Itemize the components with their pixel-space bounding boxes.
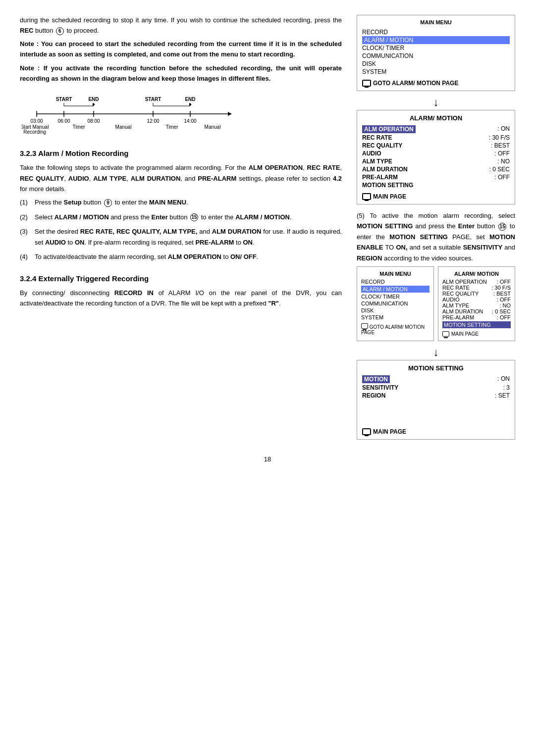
lp-footer: GOTO ALARM/ MOTION PAGE <box>361 323 429 335</box>
rp-rec-rate-val: : 30 F/S <box>491 285 511 291</box>
rp-footer: MAIN PAGE <box>442 331 511 337</box>
rp-alm-op-label: ALM OPERATION <box>442 279 487 285</box>
am-row-alm-duration: ALM DURATION : 0 SEC <box>362 165 510 173</box>
ms-region: REGION <box>362 392 385 399</box>
monitor-icon1 <box>362 80 371 87</box>
am-row-rec-rate: REC RATE : 30 F/S <box>362 134 510 142</box>
am-alm-op-val: : ON <box>497 125 510 133</box>
ms-row-sensitivity: SENSITIVITY : 3 <box>362 384 510 392</box>
rp-rec-quality: REC QUALITY : BEST <box>442 291 511 297</box>
step3-num: (3) <box>20 226 32 237</box>
goto-alarm-label: GOTO ALARM/ MOTION PAGE <box>373 80 458 87</box>
menu-item-record: RECORD <box>362 28 510 36</box>
main-menu-title1: MAIN MENU <box>362 19 510 25</box>
am-main-page-label: MAIN PAGE <box>373 193 406 200</box>
intro-paragraph: during the scheduled recording to stop i… <box>20 15 342 36</box>
timeline-svg: START END START END <box>22 95 235 135</box>
alarm-motion-box: ALARM/ MOTION ALM OPERATION : ON REC RAT… <box>357 110 515 204</box>
section-324-heading: 3.2.4 Externally Triggered Recording <box>20 274 342 283</box>
note1-label: Note : <box>20 40 39 48</box>
svg-text:START: START <box>145 97 161 102</box>
intro-to: to proceed. <box>66 27 99 34</box>
rp-rec-quality-val: : BEST <box>493 291 511 297</box>
ms-main-page-label: MAIN PAGE <box>373 428 406 435</box>
arrow-down-1: ↓ <box>357 97 515 108</box>
motion-setting-box: MOTION SETTING MOTION : ON SENSITIVITY :… <box>357 360 515 440</box>
svg-text:08:00: 08:00 <box>87 118 100 124</box>
menu-item-communication: COMMUNICATION <box>362 52 510 60</box>
ms-motion-hl: MOTION <box>362 375 390 383</box>
rp-rec-rate-label: REC RATE <box>442 285 470 291</box>
note1-text: You can proceed to start the scheduled r… <box>20 40 342 58</box>
monitor-icon5 <box>362 428 371 435</box>
rp-rec-rate: REC RATE : 30 F/S <box>442 285 511 291</box>
circle-6: 6 <box>56 27 64 35</box>
left-panel-main-menu: MAIN MENU RECORD ALARM / MOTION CLOCK/ T… <box>357 266 434 341</box>
am-row-audio: AUDIO : OFF <box>362 150 510 157</box>
svg-text:Timer: Timer <box>72 124 85 130</box>
rp-alm-duration: ALM DURATION : 0 SEC <box>442 308 511 314</box>
lp-communication: COMMUNICATION <box>361 301 429 306</box>
step4-num: (4) <box>20 252 32 262</box>
right-panel-alarm-motion: ALARM/ MOTION ALM OPERATION : OFF REC RA… <box>438 266 515 341</box>
rp-alm-type-label: ALM TYPE <box>442 302 469 308</box>
am-alm-operation-hl: ALM OPERATION <box>362 125 416 133</box>
svg-text:14:00: 14:00 <box>184 118 196 124</box>
ms-row-motion: MOTION : ON <box>362 375 510 384</box>
am-alm-type-val: : NO <box>497 158 510 165</box>
am-pre-alarm: PRE-ALARM <box>362 174 398 181</box>
monitor-icon4 <box>442 331 449 337</box>
step2-num: (2) <box>20 212 32 222</box>
motion-setting-title: MOTION SETTING <box>362 364 510 372</box>
alarm-motion-title: ALARM/ MOTION <box>362 114 510 122</box>
rp-pre-alarm-val: : OFF <box>497 314 511 320</box>
note2: Note : If you activate the recording fun… <box>20 63 342 84</box>
am-audio-val: : OFF <box>494 150 510 157</box>
lp-record: RECORD <box>361 279 429 285</box>
lp-alarm-motion: ALARM / MOTION <box>361 286 429 293</box>
am-pre-alarm-val: : OFF <box>494 174 510 181</box>
svg-text:END: END <box>185 97 195 102</box>
svg-text:END: END <box>88 97 99 102</box>
am-audio: AUDIO <box>362 150 381 157</box>
rp-alm-duration-val: : 0 SEC <box>492 308 511 314</box>
rp-alm-duration-label: ALM DURATION <box>442 308 483 314</box>
svg-text:06:00: 06:00 <box>57 118 70 124</box>
lp-disk: DISK <box>361 307 429 313</box>
rp-audio: AUDIO : OFF <box>442 297 511 302</box>
dual-panel: MAIN MENU RECORD ALARM / MOTION CLOCK/ T… <box>357 266 515 341</box>
step4-content: To activate/deactivate the alarm recordi… <box>35 252 342 262</box>
rp-alm-op-val: : OFF <box>497 279 511 285</box>
lp-clock-timer: CLOCK/ TIMER <box>361 294 429 300</box>
step5-text: (5) To active the motion alarm recording… <box>357 210 515 263</box>
am-row-motion-setting: MOTION SETTING <box>362 181 510 189</box>
am-footer: MAIN PAGE <box>362 193 510 200</box>
svg-text:Recording: Recording <box>23 129 46 135</box>
am-row-rec-quality: REC QUALITY : BEST <box>362 142 510 150</box>
rp-alm-type: ALM TYPE : NO <box>442 302 511 308</box>
svg-text:START: START <box>56 97 72 102</box>
ms-footer: MAIN PAGE <box>362 428 510 435</box>
am-alm-duration: ALM DURATION <box>362 166 408 173</box>
menu-item-system: SYSTEM <box>362 68 510 76</box>
section-323-heading: 3.2.3 Alarm / Motion Recording <box>20 149 342 157</box>
ms-spacer <box>362 400 510 424</box>
svg-marker-13 <box>228 112 232 116</box>
step-1: (1) Press the Setup button 9 to enter th… <box>20 197 342 207</box>
svg-text:Manual: Manual <box>115 124 132 130</box>
am-alm-duration-val: : 0 SEC <box>489 166 510 173</box>
svg-text:Timer: Timer <box>165 124 178 130</box>
intro-button: button <box>35 27 53 34</box>
rp-audio-val: : OFF <box>497 297 511 302</box>
circle-15a: 15 <box>190 213 198 221</box>
note1: Note : You can proceed to start the sche… <box>20 39 342 60</box>
menu-item-alarm-motion-hl: ALARM / MOTION <box>362 36 510 44</box>
circle-15b: 15 <box>498 223 506 231</box>
menu-item-disk: DISK <box>362 60 510 68</box>
rp-motion-setting-hl: MOTION SETTING <box>442 321 511 328</box>
rp-alm-op: ALM OPERATION : OFF <box>442 279 511 285</box>
main-menu-footer1: GOTO ALARM/ MOTION PAGE <box>362 80 510 87</box>
page-number: 18 <box>20 455 515 463</box>
step1-content: Press the Setup button 9 to enter the MA… <box>35 197 342 207</box>
right-panel-title: ALARM/ MOTION <box>442 271 511 277</box>
